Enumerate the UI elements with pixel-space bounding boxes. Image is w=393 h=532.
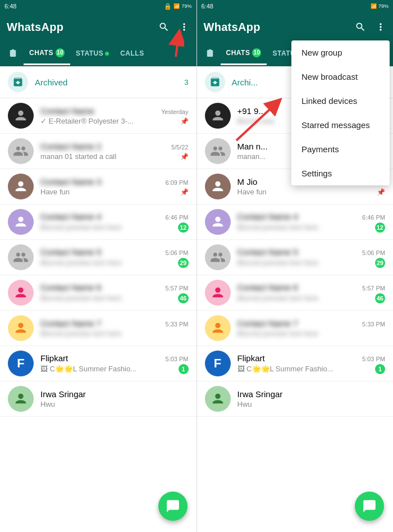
chat-row-8-left[interactable]: F Flipkart 5:03 PM 🖼 C🌟🌟L Summer Fashio.…	[0, 346, 196, 381]
chat-info-9-left: Irwa Sringar Hwu	[40, 389, 189, 408]
archived-count-left: 3	[184, 78, 188, 87]
chat-row-3-left[interactable]: Contact Name 3 6:09 PM Have fun 📌	[0, 169, 196, 204]
chat-row-6-left[interactable]: Contact Name 6 5:57 PM Blurred preview t…	[0, 275, 196, 311]
svg-point-7	[215, 111, 220, 116]
chat-preview-4-right: Blurred preview text here	[237, 223, 319, 231]
chat-name-9-right: Irwa Sringar	[237, 389, 283, 399]
chat-list-left: Archived 3 Contact Name Yesterday ✓ E-Re…	[0, 66, 196, 532]
chat-time-6-right: 5:57 PM	[362, 285, 385, 292]
unread-badge-5-right: 29	[375, 258, 385, 268]
unread-badge-8-left: 1	[179, 364, 189, 374]
chat-row-7-left[interactable]: Contact Name 7 5:33 PM Blurred preview t…	[0, 311, 196, 346]
chat-time-2-left: 5/5/22	[171, 144, 189, 151]
tab-calls-left[interactable]: CALLS	[115, 42, 150, 65]
menu-payments[interactable]: Payments	[291, 137, 390, 161]
tab-camera-right[interactable]	[199, 48, 221, 58]
app-bar-right: WhatsApp	[197, 12, 394, 42]
dropdown-menu: New group New broadcast Linked devices S…	[291, 40, 390, 185]
avatar-2-left	[8, 138, 34, 164]
tab-chats-label-right: CHATS	[226, 49, 250, 57]
search-icon-right[interactable]	[355, 21, 366, 33]
svg-point-9	[215, 217, 220, 222]
avatar-4-left	[8, 209, 34, 235]
svg-point-4	[18, 323, 23, 328]
app-bar-icons-left	[158, 21, 190, 33]
chat-preview-1-left: ✓ E-Retailer® Polyester 3-...	[40, 117, 134, 125]
menu-linked-devices[interactable]: Linked devices	[291, 89, 390, 113]
chat-row-4-right[interactable]: Contact Name 4 6:46 PM Blurred preview t…	[197, 204, 394, 240]
avatar-4-right	[205, 209, 231, 235]
menu-new-group[interactable]: New group	[291, 40, 390, 65]
app-bar-left: WhatsApp	[0, 12, 196, 42]
chat-info-6-left: Contact Name 6 5:57 PM Blurred preview t…	[40, 283, 189, 303]
chat-row-8-right[interactable]: F Flipkart 5:03 PM 🖼 C🌟🌟L Summer Fashio.…	[197, 346, 394, 381]
avatar-8-left: F	[8, 351, 34, 376]
chat-info-6-right: Contact Name 6 5:57 PM Blurred preview t…	[237, 283, 386, 303]
tab-chats-left[interactable]: CHATS 10	[24, 42, 70, 65]
chat-row-4-left[interactable]: Contact Name 4 6:46 PM Blurred preview t…	[0, 204, 196, 240]
chat-time-7-right: 5:33 PM	[362, 321, 385, 328]
archived-row-left[interactable]: Archived 3	[0, 66, 196, 98]
chat-name-7-right: Contact Name 7	[237, 319, 298, 328]
svg-point-8	[215, 181, 220, 187]
tab-status-left[interactable]: STATUS	[70, 42, 115, 65]
tab-camera-left[interactable]	[2, 48, 24, 58]
chat-info-3-left: Contact Name 3 6:09 PM Have fun 📌	[40, 177, 189, 196]
chat-preview-3-left: Have fun	[40, 188, 70, 196]
chat-row-7-right[interactable]: Contact Name 7 5:33 PM Blurred preview t…	[197, 311, 394, 346]
chat-preview-7-left: Blurred preview text here	[40, 329, 122, 338]
chat-name-2-left: Contact Name 2	[40, 142, 101, 151]
new-chat-fab-right[interactable]	[355, 492, 384, 521]
chat-name-3-left: Contact Name 3	[40, 177, 101, 187]
chat-row-9-left[interactable]: Irwa Sringar Hwu	[0, 381, 196, 417]
chat-preview-2-left: manan 01 started a call	[40, 152, 116, 161]
menu-starred-messages[interactable]: Starred messages	[291, 113, 390, 137]
chat-info-5-right: Contact Name 5 5:06 PM Blurred preview t…	[237, 247, 386, 268]
status-time-right: 6:48	[202, 3, 213, 10]
avatar-2-right	[205, 138, 231, 164]
chat-preview-8-right: 🖼 C🌟🌟L Summer Fashio...	[237, 365, 333, 373]
menu-settings[interactable]: Settings	[291, 161, 390, 185]
chat-time-8-right: 5:03 PM	[362, 356, 385, 362]
chat-row-6-right[interactable]: Contact Name 6 5:57 PM Blurred preview t…	[197, 275, 394, 311]
pin-icon-3-left: 📌	[180, 188, 189, 196]
menu-new-broadcast[interactable]: New broadcast	[291, 65, 390, 89]
chat-time-5-right: 5:06 PM	[362, 249, 385, 256]
chat-row-5-right[interactable]: Contact Name 5 5:06 PM Blurred preview t…	[197, 240, 394, 275]
chat-row-5-left[interactable]: Contact Name 5 5:06 PM Blurred preview t…	[0, 240, 196, 275]
chat-preview-4-left: Blurred preview text here	[40, 223, 122, 231]
new-chat-fab-left[interactable]	[158, 492, 188, 521]
status-icons-left: 🔒 📶 79%	[164, 3, 191, 10]
chat-info-5-left: Contact Name 5 5:06 PM Blurred preview t…	[40, 247, 189, 268]
status-bar-right: 6:48 📶 79%	[197, 0, 394, 12]
chat-row-2-left[interactable]: Contact Name 2 5/5/22 manan 01 started a…	[0, 134, 196, 169]
svg-point-11	[215, 323, 220, 328]
status-icons-right: 📶 79%	[371, 3, 389, 9]
chat-time-4-right: 6:46 PM	[362, 214, 385, 221]
chat-row-9-right[interactable]: Irwa Sringar Hwu	[197, 381, 394, 417]
archived-label-left: Archived	[35, 78, 184, 87]
more-options-icon-right[interactable]	[375, 21, 386, 33]
chat-name-4-left: Contact Name 4	[40, 212, 101, 221]
search-icon-left[interactable]	[158, 21, 170, 33]
chat-info-8-right: Flipkart 5:03 PM 🖼 C🌟🌟L Summer Fashio...…	[237, 353, 386, 374]
app-bar-icons-right	[355, 21, 386, 33]
svg-point-12	[215, 394, 220, 399]
app-title-right: WhatsApp	[204, 21, 261, 34]
app-title-left: WhatsApp	[7, 21, 63, 34]
avatar-8-right: F	[205, 351, 231, 376]
chat-name-2-right: Man n...	[237, 142, 268, 151]
svg-point-3	[18, 288, 23, 293]
tab-chats-right[interactable]: CHATS 10	[221, 42, 267, 65]
chat-row-1-left[interactable]: Contact Name Yesterday ✓ E-Retailer® Pol…	[0, 98, 196, 134]
archived-icon-left	[8, 72, 28, 92]
chat-time-1-left: Yesterday	[161, 108, 189, 115]
unread-badge-6-left: 46	[178, 293, 188, 303]
chat-info-9-right: Irwa Sringar Hwu	[237, 389, 386, 408]
more-options-icon-left[interactable]	[179, 21, 190, 33]
chat-name-8-right: Flipkart	[237, 353, 265, 363]
chat-time-7-left: 5:33 PM	[166, 321, 189, 328]
avatar-6-right	[205, 280, 231, 306]
chat-preview-9-left: Hwu	[40, 400, 55, 408]
chats-badge-left: 10	[56, 48, 65, 57]
